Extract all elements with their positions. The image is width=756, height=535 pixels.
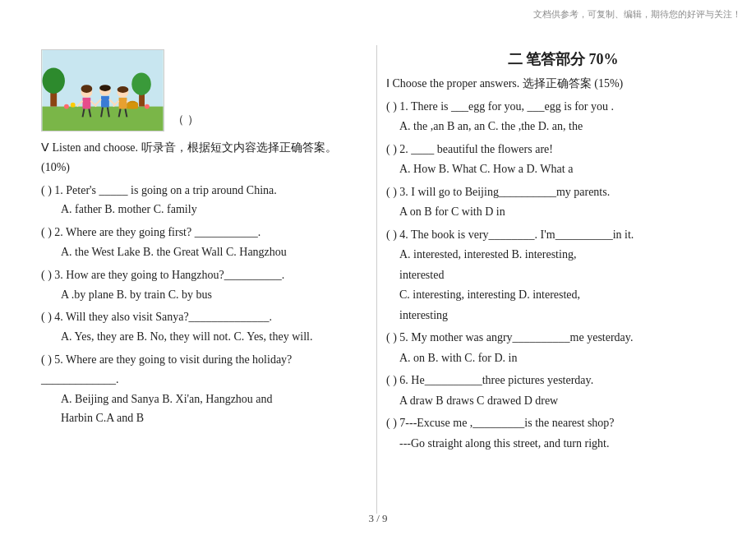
right-panel: 二 笔答部分 70% Ⅰ Choose the proper answers. … (386, 49, 740, 454)
svg-point-12 (81, 85, 93, 93)
left-q1-text: ( ) 1. Peter's _____ is going on a trip … (41, 181, 362, 201)
left-q2-options: A. the West Lake B. the Great Wall C. Ha… (61, 242, 362, 262)
right-q5: ( ) 5. My mother was angry__________me y… (386, 328, 740, 368)
right-q2-options: A. How B. What C. How a D. What a (399, 159, 740, 180)
right-q5-options: A. on B. with C. for D. in (399, 348, 740, 369)
right-q6-text: ( ) 6. He__________three pictures yester… (386, 371, 740, 391)
right-q3-text: ( ) 3. I will go to Beijing__________my … (386, 182, 740, 203)
watermark: 文档供参考，可复制、编辑，期待您的好评与关注！ (533, 8, 741, 21)
svg-rect-14 (101, 96, 109, 108)
right-q4: ( ) 4. The book is very________. I'm____… (386, 225, 740, 326)
svg-point-30 (71, 103, 76, 108)
left-q5-options-line1: A. Beijing and Sanya B. Xi'an, Hangzhou … (61, 390, 362, 409)
left-q5: ( ) 5. Where are they going to visit dur… (41, 350, 362, 428)
right-q4-options-line3: C. interesting, interesting D. intereste… (399, 285, 740, 306)
image-paren: （ ） (173, 113, 199, 131)
left-q3-text: ( ) 3. How are they going to Hangzhou?__… (41, 265, 362, 285)
section-title: 二 笔答部分 70% (386, 49, 740, 69)
right-q1-options: A. the ,an B an, an C. the ,the D. an, t… (399, 117, 740, 137)
svg-rect-28 (127, 103, 138, 109)
right-q7: ( ) 7---Excuse me ,_________is the neare… (386, 413, 740, 454)
right-q7-options: ---Go straight along this street, and tu… (399, 434, 740, 454)
left-q1-options: A. father B. mother C. family (61, 200, 362, 219)
svg-point-29 (64, 104, 69, 109)
right-q3: ( ) 3. I will go to Beijing__________my … (386, 182, 740, 223)
illustration (41, 49, 164, 131)
right-q1-text: ( ) 1. There is ___egg for you, ___egg i… (386, 97, 740, 118)
left-q4: ( ) 4. Will they also visit Sanya?______… (41, 307, 362, 347)
right-q4-options-line2: interested (399, 265, 740, 286)
svg-point-31 (145, 104, 150, 109)
svg-point-5 (131, 72, 151, 95)
left-q3-options: A .by plane B. by train C. by bus (61, 285, 362, 305)
svg-point-3 (43, 68, 65, 94)
left-q2-text: ( ) 2. Where are they going first? _____… (41, 223, 362, 242)
page-number: 3 / 9 (368, 512, 387, 525)
svg-rect-21 (119, 98, 127, 109)
right-q7-text: ( ) 7---Excuse me ,_________is the neare… (386, 413, 740, 434)
section-v-title: Ⅴ Listen and choose. 听录音，根据短文内容选择正确答案。(1… (41, 138, 362, 178)
left-panel: （ ） Ⅴ Listen and choose. 听录音，根据短文内容选择正确答… (41, 49, 362, 428)
svg-rect-7 (83, 98, 91, 109)
left-q2: ( ) 2. Where are they going first? _____… (41, 223, 362, 262)
right-q6-options: A draw B draws C drawed D drew (399, 391, 740, 412)
right-q2-text: ( ) 2. ____ beautiful the flowers are! (386, 140, 740, 160)
right-q4-options-line4: interesting (399, 306, 740, 326)
right-q4-text: ( ) 4. The book is very________. I'm____… (386, 225, 740, 246)
left-q3: ( ) 3. How are they going to Hangzhou?__… (41, 265, 362, 305)
section-i-title: Ⅰ Choose the proper answers. 选择正确答案 (15%… (386, 74, 740, 94)
left-q1: ( ) 1. Peter's _____ is going on a trip … (41, 181, 362, 220)
svg-point-26 (118, 86, 129, 93)
svg-point-19 (99, 85, 111, 91)
right-q4-options-line1: A. interested, interested B. interesting… (399, 245, 740, 265)
left-q5-options-line2: Harbin C.A and B (61, 408, 362, 428)
right-q3-options: A on B for C with D in (399, 202, 740, 223)
left-q4-text: ( ) 4. Will they also visit Sanya?______… (41, 307, 362, 327)
right-q2: ( ) 2. ____ beautiful the flowers are! A… (386, 140, 740, 180)
right-q1: ( ) 1. There is ___egg for you, ___egg i… (386, 97, 740, 137)
divider (376, 45, 377, 514)
left-q4-options: A. Yes, they are B. No, they will not. C… (61, 327, 362, 347)
right-q5-text: ( ) 5. My mother was angry__________me y… (386, 328, 740, 348)
left-q5-text: ( ) 5. Where are they going to visit dur… (41, 350, 362, 390)
right-q6: ( ) 6. He__________three pictures yester… (386, 371, 740, 411)
